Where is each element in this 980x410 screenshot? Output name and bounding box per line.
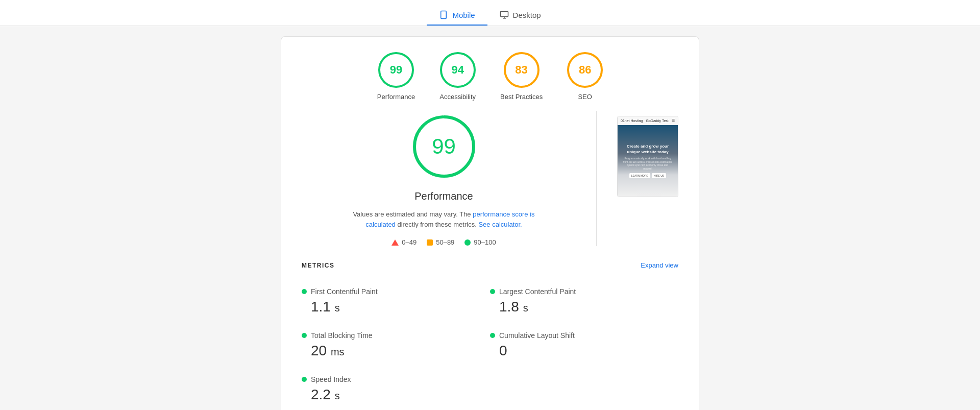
site-preview: 01net Hosting GoDaddy Test ☰ Create and … [617, 116, 678, 197]
preview-subtext: Programmatically work with fast-handling… [623, 157, 673, 170]
metric-fcp-label: First Contentful Paint [311, 287, 378, 296]
metric-fcp: First Contentful Paint 1.1 s [302, 279, 490, 323]
preview-body: Create and grow your unique website toda… [618, 125, 678, 197]
metric-si-dot [302, 377, 307, 382]
metric-fcp-dot [302, 289, 307, 294]
scores-row: 99 Performance 94 Accessibility 83 Best … [302, 52, 678, 101]
tab-mobile[interactable]: Mobile [427, 5, 487, 26]
metric-si: Speed Index 2.2 s [302, 367, 490, 410]
svg-rect-2 [500, 11, 508, 17]
metric-cls-label-row: Cumulative Layout Shift [490, 331, 678, 340]
metric-tbt: Total Blocking Time 20 ms [302, 323, 490, 367]
preview-header: 01net Hosting GoDaddy Test ☰ [618, 116, 678, 125]
performance-section: 99 Performance Values are estimated and … [302, 111, 678, 246]
big-score-circle: 99 [408, 111, 480, 182]
preview-site-name: 01net Hosting [621, 119, 643, 123]
metric-lcp-label: Largest Contentful Paint [499, 287, 576, 296]
fail-icon [391, 239, 399, 246]
metrics-header: METRICS Expand view [302, 261, 678, 269]
tab-desktop-label: Desktop [513, 11, 541, 19]
legend-average: 50–89 [427, 238, 454, 246]
metric-tbt-label: Total Blocking Time [311, 331, 373, 340]
metrics-title: METRICS [302, 262, 335, 269]
metric-lcp-dot [490, 289, 495, 294]
seo-circle: 86 [567, 52, 603, 88]
average-icon [427, 239, 433, 246]
preview-card: 01net Hosting GoDaddy Test ☰ Create and … [617, 116, 678, 197]
preview-headline: Create and grow your unique website toda… [623, 143, 673, 155]
metric-tbt-label-row: Total Blocking Time [302, 331, 490, 340]
average-range: 50–89 [436, 238, 454, 246]
mobile-icon [439, 10, 448, 19]
performance-detail: 99 Performance Values are estimated and … [302, 111, 586, 246]
metric-cls-label: Cumulative Layout Shift [499, 331, 575, 340]
pass-range: 90–100 [474, 238, 496, 246]
metric-cls: Cumulative Layout Shift 0 [490, 323, 678, 367]
best-practices-circle: 83 [504, 52, 540, 88]
expand-view-link[interactable]: Expand view [641, 261, 678, 269]
performance-label: Performance [377, 93, 415, 101]
metric-fcp-value: 1.1 s [302, 299, 490, 315]
metric-tbt-dot [302, 333, 307, 338]
preview-btn1: LEARN MORE [629, 173, 650, 178]
big-score-value: 99 [432, 134, 456, 159]
performance-description: Values are estimated and may vary. The p… [347, 209, 541, 229]
metric-si-label-row: Speed Index [302, 375, 490, 383]
tab-desktop[interactable]: Desktop [487, 5, 553, 26]
metrics-grid: First Contentful Paint 1.1 s Largest Con… [302, 279, 678, 410]
score-best-practices: 83 Best Practices [500, 52, 543, 101]
accessibility-label: Accessibility [439, 93, 476, 101]
accessibility-circle: 94 [440, 52, 476, 88]
score-accessibility: 94 Accessibility [439, 52, 476, 101]
section-divider [596, 111, 597, 246]
metric-tbt-value: 20 ms [302, 343, 490, 359]
preview-buttons: LEARN MORE HIRE US [629, 173, 666, 178]
metric-cls-dot [490, 333, 495, 338]
calculator-link[interactable]: See calculator. [478, 221, 522, 228]
preview-btn2: HIRE US [652, 173, 666, 178]
metric-cls-value: 0 [490, 343, 678, 359]
metric-lcp-label-row: Largest Contentful Paint [490, 287, 678, 296]
seo-label: SEO [578, 93, 592, 101]
performance-title: Performance [414, 190, 473, 202]
tab-bar: Mobile Desktop [0, 0, 980, 26]
metric-si-label: Speed Index [311, 375, 351, 383]
pass-icon [464, 239, 471, 246]
metrics-section: METRICS Expand view First Contentful Pai… [302, 261, 678, 410]
metric-fcp-label-row: First Contentful Paint [302, 287, 490, 296]
preview-site-sub: GoDaddy Test [646, 119, 668, 123]
desktop-icon [500, 10, 509, 19]
tab-mobile-label: Mobile [452, 11, 475, 19]
best-practices-label: Best Practices [500, 93, 543, 101]
legend-pass: 90–100 [464, 238, 496, 246]
score-performance: 99 Performance [377, 52, 415, 101]
fail-range: 0–49 [402, 238, 416, 246]
metric-lcp: Largest Contentful Paint 1.8 s [490, 279, 678, 323]
main-card: 99 Performance 94 Accessibility 83 Best … [281, 36, 699, 410]
legend-row: 0–49 50–89 90–100 [391, 238, 496, 246]
metric-lcp-value: 1.8 s [490, 299, 678, 315]
metric-si-value: 2.2 s [302, 387, 490, 403]
score-seo: 86 SEO [567, 52, 603, 101]
legend-fail: 0–49 [391, 238, 416, 246]
preview-menu-icon: ☰ [672, 118, 675, 123]
performance-circle: 99 [378, 52, 414, 88]
